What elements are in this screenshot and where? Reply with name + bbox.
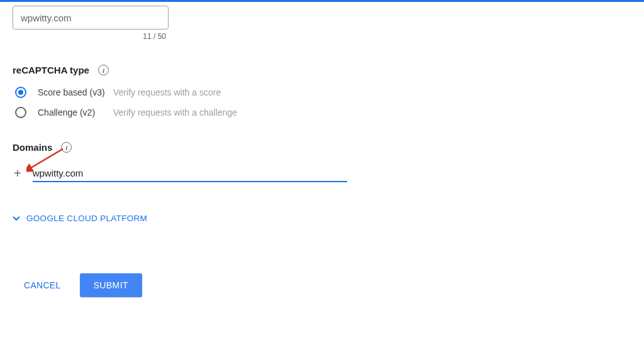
form-actions: CANCEL SUBMIT [20,273,631,297]
recaptcha-type-header: reCAPTCHA type i [13,65,631,75]
radio-unselected-icon [15,107,26,118]
recaptcha-type-title: reCAPTCHA type [13,65,89,75]
label-input[interactable] [13,6,169,30]
domain-input[interactable] [33,166,347,182]
radio-option-score-based[interactable]: Score based (v3) Verify requests with a … [13,87,631,98]
submit-button[interactable]: SUBMIT [80,273,142,297]
radio-label: Score based (v3) [38,87,113,97]
radio-label: Challenge (v2) [38,107,113,117]
info-icon[interactable]: i [61,142,72,153]
collapsible-gcp[interactable]: GOOGLE CLOUD PLATFORM [13,214,631,223]
radio-selected-icon [15,87,26,98]
radio-description: Verify requests with a challenge [113,107,237,117]
radio-option-challenge[interactable]: Challenge (v2) Verify requests with a ch… [13,107,631,118]
domains-section: Domains i + [13,142,631,182]
chevron-down-icon [13,216,20,221]
info-icon[interactable]: i [98,65,109,75]
collapsible-label: GOOGLE CLOUD PLATFORM [26,214,147,223]
plus-icon[interactable]: + [14,167,21,182]
cancel-button[interactable]: CANCEL [20,275,65,295]
domains-title: Domains [13,142,52,153]
recaptcha-registration-form: 11 / 50 reCAPTCHA type i Score based (v3… [0,2,644,297]
label-char-counter: 11 / 50 [13,32,169,41]
domain-input-row: + [14,166,631,182]
radio-description: Verify requests with a score [113,87,221,97]
domains-header: Domains i [13,142,631,153]
